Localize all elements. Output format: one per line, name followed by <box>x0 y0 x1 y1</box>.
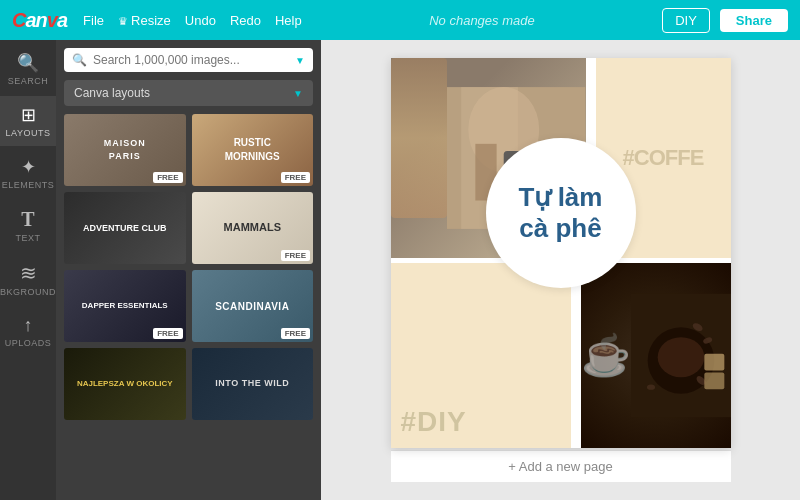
layouts-panel: 🔍 ▼ Canva layouts ▼ MAISONPARIS FREE RUS… <box>56 40 321 500</box>
coffee-bowl-image <box>581 263 731 448</box>
template-wild-bg: INTO THE WILD <box>192 348 314 420</box>
free-badge-scandinavia: FREE <box>281 328 310 339</box>
resize-menu[interactable]: Resize <box>118 13 171 28</box>
sidebar-item-layouts[interactable]: ⊞ LAYOUTS <box>0 96 56 146</box>
redo-menu[interactable]: Redo <box>230 13 261 28</box>
uploads-icon: ↑ <box>24 315 33 336</box>
save-status: No changes made <box>318 13 646 28</box>
elements-icon: ✦ <box>21 156 36 178</box>
add-page-bar[interactable]: + Add a new page <box>391 450 731 482</box>
sidebar-item-uploads[interactable]: ↑ UPLOADS <box>0 307 56 356</box>
search-icon: 🔍 <box>17 52 39 74</box>
canvas-bottom-left-panel: #DIY <box>391 263 571 448</box>
undo-menu[interactable]: Undo <box>185 13 216 28</box>
sidebar-item-background[interactable]: ≋ BKGROUND <box>0 253 56 305</box>
topbar: Canva File Resize Undo Redo Help No chan… <box>0 0 800 40</box>
template-wild[interactable]: INTO THE WILD <box>192 348 314 420</box>
free-badge-rustic: FREE <box>281 172 310 183</box>
elements-label: ELEMENTS <box>2 180 55 190</box>
template-adventure[interactable]: ADVENTURE CLUB <box>64 192 186 264</box>
diy-button[interactable]: DIY <box>662 8 710 33</box>
sidebar-icons: 🔍 SEARCH ⊞ LAYOUTS ✦ ELEMENTS T TEXT ≋ B… <box>0 40 56 500</box>
template-mammals[interactable]: MAMMALS FREE <box>192 192 314 264</box>
template-adventure-bg: ADVENTURE CLUB <box>64 192 186 264</box>
canvas-bottom-right-photo <box>581 263 731 448</box>
template-najlepsza[interactable]: NAJLEPSZA W OKOLICY <box>64 348 186 420</box>
top-right-actions: DIY Share <box>662 8 788 33</box>
free-badge-dapper: FREE <box>153 328 182 339</box>
sidebar-item-text[interactable]: T TEXT <box>0 200 56 251</box>
canvas-center-circle: Tự làmcà phê <box>486 138 636 288</box>
background-icon: ≋ <box>20 261 37 285</box>
search-input[interactable] <box>93 53 289 67</box>
template-scandinavia[interactable]: SCANDINAVIA FREE <box>192 270 314 342</box>
text-icon: T <box>21 208 34 231</box>
sidebar-item-elements[interactable]: ✦ ELEMENTS <box>0 148 56 198</box>
layout-dropdown[interactable]: Canva layouts ▼ <box>64 80 313 106</box>
template-rustic[interactable]: RUSTICMORNINGS FREE <box>192 114 314 186</box>
svg-rect-13 <box>704 354 724 371</box>
template-dapper[interactable]: DAPPER ESSENTIALS FREE <box>64 270 186 342</box>
search-arrow-icon: ▼ <box>295 55 305 66</box>
canvas-area: #COFFE Tự làmcà phê #DIY <box>321 40 800 500</box>
coffee-hashtag-text: #COFFE <box>623 145 704 171</box>
free-badge: FREE <box>153 172 182 183</box>
svg-rect-14 <box>704 373 724 390</box>
free-badge-mammals: FREE <box>281 250 310 261</box>
template-grid: MAISONPARIS FREE RUSTICMORNINGS FREE ADV… <box>64 114 313 420</box>
layouts-icon: ⊞ <box>21 104 36 126</box>
main-layout: 🔍 SEARCH ⊞ LAYOUTS ✦ ELEMENTS T TEXT ≋ B… <box>0 40 800 500</box>
file-menu[interactable]: File <box>83 13 104 28</box>
share-button[interactable]: Share <box>720 9 788 32</box>
svg-point-8 <box>657 337 704 377</box>
dropdown-label: Canva layouts <box>74 86 150 100</box>
search-icon-small: 🔍 <box>72 53 87 67</box>
search-label: SEARCH <box>8 76 49 86</box>
template-paris[interactable]: MAISONPARIS FREE <box>64 114 186 186</box>
image-search-box[interactable]: 🔍 ▼ <box>64 48 313 72</box>
dropdown-arrow-icon: ▼ <box>293 88 303 99</box>
diy-hashtag-text: #DIY <box>401 406 467 438</box>
help-menu[interactable]: Help <box>275 13 302 28</box>
canvas-wrapper[interactable]: #COFFE Tự làmcà phê #DIY <box>391 58 731 448</box>
canva-logo: Canva <box>12 9 67 32</box>
text-label: TEXT <box>15 233 40 243</box>
svg-point-12 <box>647 385 655 390</box>
sidebar-item-search[interactable]: 🔍 SEARCH <box>0 44 56 94</box>
menu-items: File Resize Undo Redo Help <box>83 13 302 28</box>
uploads-label: UPLOADS <box>5 338 52 348</box>
layouts-label: LAYOUTS <box>6 128 51 138</box>
template-najlepsza-bg: NAJLEPSZA W OKOLICY <box>64 348 186 420</box>
background-label: BKGROUND <box>0 287 56 297</box>
canvas-main-text: Tự làmcà phê <box>519 182 603 244</box>
